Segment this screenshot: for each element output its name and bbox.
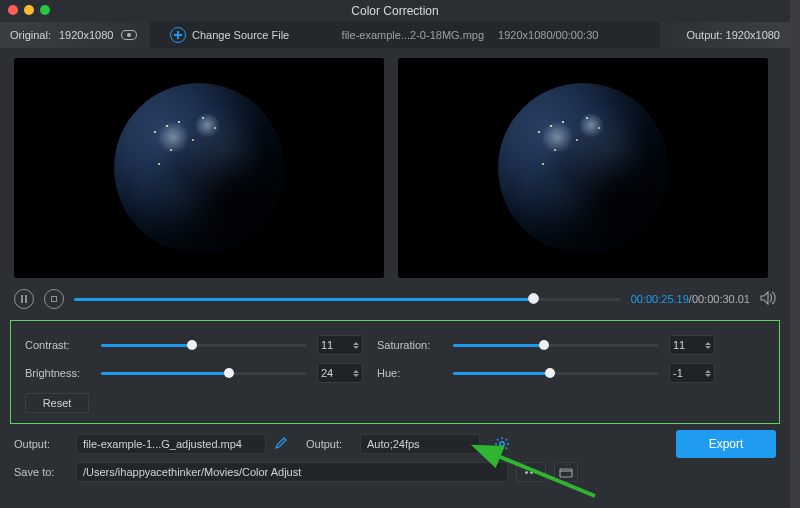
preview-eye-icon[interactable] [121, 30, 137, 40]
contrast-label: Contrast: [25, 339, 91, 351]
preview-original [14, 58, 384, 278]
footer: Output: file-example-1...G_adjusted.mp4 … [0, 428, 790, 488]
volume-icon[interactable] [760, 291, 776, 307]
output-resolution: 1920x1080 [726, 29, 780, 41]
window-title: Color Correction [0, 4, 790, 18]
output-file-label: Output: [14, 438, 68, 450]
brightness-slider[interactable] [101, 364, 307, 382]
output-badge: Output: 1920x1080 [660, 22, 790, 48]
svg-line-8 [506, 439, 507, 440]
saturation-label: Saturation: [377, 339, 443, 351]
maximize-icon[interactable] [40, 5, 50, 15]
time-display: 00:00:25.19/00:00:30.01 [631, 293, 750, 305]
save-to-field[interactable]: /Users/ihappyacethinker/Movies/Color Adj… [76, 462, 508, 482]
svg-rect-9 [560, 469, 572, 477]
earth-image [498, 83, 668, 253]
pause-button[interactable] [14, 289, 34, 309]
hue-stepper[interactable]: -1 [669, 363, 715, 383]
saturation-slider[interactable] [453, 336, 659, 354]
svg-line-5 [497, 439, 498, 440]
time-total: 00:00:30.01 [692, 293, 750, 305]
contrast-slider[interactable] [101, 336, 307, 354]
seek-slider[interactable] [74, 289, 621, 309]
contrast-control: Contrast: 11 [25, 335, 363, 355]
svg-line-7 [497, 448, 498, 449]
edit-output-icon[interactable] [274, 436, 288, 452]
saturation-stepper[interactable]: 11 [669, 335, 715, 355]
color-correction-window: Color Correction Original: 1920x1080 Cha… [0, 0, 790, 508]
change-source-button[interactable]: Change Source File [170, 27, 289, 43]
brightness-stepper[interactable]: 24 [317, 363, 363, 383]
svg-line-6 [506, 448, 507, 449]
preview-area [0, 48, 790, 284]
reset-button[interactable]: Reset [25, 393, 89, 413]
minimize-icon[interactable] [24, 5, 34, 15]
open-folder-button[interactable] [554, 462, 578, 482]
browse-button[interactable] [516, 462, 546, 482]
hue-control: Hue: -1 [377, 363, 715, 383]
brightness-control: Brightness: 24 [25, 363, 363, 383]
header-bar: Original: 1920x1080 Change Source File f… [0, 22, 790, 48]
change-source-label: Change Source File [192, 29, 289, 41]
original-resolution: 1920x1080 [59, 29, 113, 41]
brightness-label: Brightness: [25, 367, 91, 379]
close-icon[interactable] [8, 5, 18, 15]
contrast-stepper[interactable]: 11 [317, 335, 363, 355]
original-label: Original: [10, 29, 51, 41]
title-bar: Color Correction [0, 0, 790, 22]
time-current: 00:00:25.19 [631, 293, 689, 305]
svg-point-0 [500, 442, 504, 446]
output-preset-label: Output: [306, 438, 352, 450]
output-preset-field[interactable]: Auto;24fps [360, 434, 480, 454]
settings-gear-icon[interactable] [494, 436, 510, 452]
source-stream-info: 1920x1080/00:00:30 [498, 29, 598, 41]
hue-slider[interactable] [453, 364, 659, 382]
source-filename: file-example...2-0-18MG.mpg [342, 29, 484, 41]
transport-bar: 00:00:25.19/00:00:30.01 [0, 284, 790, 314]
export-button[interactable]: Export [676, 430, 776, 458]
output-label: Output: [686, 29, 722, 41]
earth-image [114, 83, 284, 253]
save-to-label: Save to: [14, 466, 68, 478]
hue-label: Hue: [377, 367, 443, 379]
stop-button[interactable] [44, 289, 64, 309]
original-badge: Original: 1920x1080 [0, 22, 150, 48]
saturation-control: Saturation: 11 [377, 335, 715, 355]
color-controls-panel: Contrast: 11 Saturation: 11 Brightness: … [10, 320, 780, 424]
preview-output [398, 58, 768, 278]
plus-icon [170, 27, 186, 43]
output-file-field[interactable]: file-example-1...G_adjusted.mp4 [76, 434, 266, 454]
window-controls [8, 5, 50, 15]
